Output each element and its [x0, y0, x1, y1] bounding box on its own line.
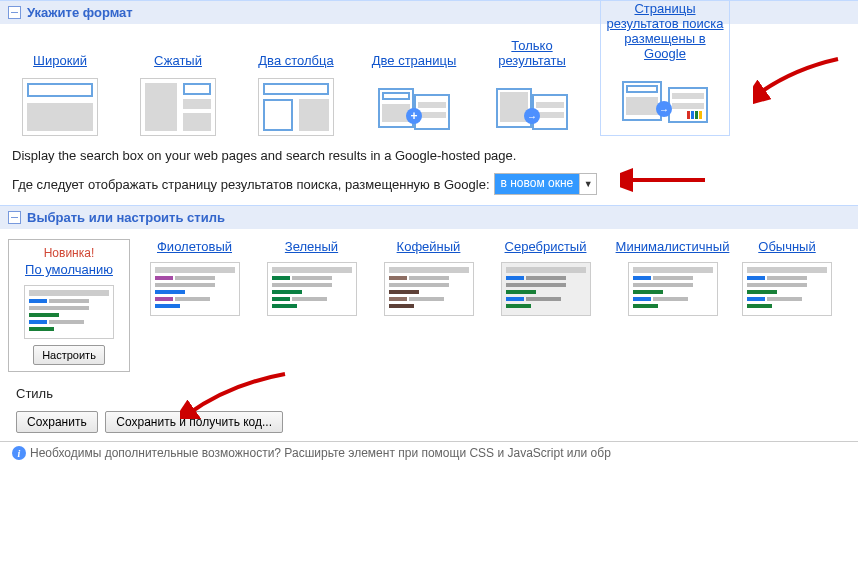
collapse-icon[interactable]: [8, 6, 21, 19]
arrow-icon: [524, 108, 540, 124]
format-compact[interactable]: Сжатый: [128, 53, 228, 136]
style-coffee-label[interactable]: Кофейный: [397, 239, 461, 254]
style-section-header[interactable]: Выбрать или настроить стиль: [0, 205, 858, 229]
style-options-row: Новинка! По умолчанию Настроить Фиолетов…: [0, 229, 858, 382]
arrow-icon: [656, 101, 672, 117]
results-location-label: Где следует отображать страницу результа…: [12, 177, 490, 192]
format-results-only-thumb: [494, 78, 570, 136]
results-location-dropdown[interactable]: в новом окне ▼: [494, 173, 598, 195]
format-two-pages-thumb: [376, 78, 452, 136]
results-location-row: Где следует отображать страницу результа…: [0, 173, 858, 205]
style-plain-label[interactable]: Обычный: [758, 239, 815, 254]
format-two-pages-label[interactable]: Две страницы: [372, 53, 457, 68]
format-wide[interactable]: Широкий: [10, 53, 110, 136]
chevron-down-icon[interactable]: ▼: [579, 174, 596, 194]
style-plain-thumb: [742, 262, 832, 316]
format-compact-thumb: [140, 78, 216, 136]
style-purple-label[interactable]: Фиолетовый: [157, 239, 232, 254]
customize-button[interactable]: Настроить: [33, 345, 105, 365]
style-purple-thumb: [150, 262, 240, 316]
style-plain[interactable]: Обычный: [747, 239, 827, 316]
dropdown-value: в новом окне: [495, 174, 580, 194]
format-options-row: Широкий Сжатый Два столбца Две страницы: [0, 24, 858, 142]
format-two-cols-thumb: [258, 78, 334, 136]
format-results-only-label[interactable]: Только результаты: [482, 38, 582, 68]
info-icon: i: [12, 446, 26, 460]
style-minimal[interactable]: Минималистичный: [610, 239, 735, 316]
save-button[interactable]: Сохранить: [16, 411, 98, 433]
collapse-icon[interactable]: [8, 211, 21, 224]
format-google-hosted-thumb: [620, 71, 710, 129]
google-colors-icon: [687, 111, 702, 119]
style-purple[interactable]: Фиолетовый: [142, 239, 247, 316]
format-two-cols[interactable]: Два столбца: [246, 53, 346, 136]
format-wide-thumb: [22, 78, 98, 136]
style-silver-label[interactable]: Серебристый: [505, 239, 587, 254]
plus-icon: [406, 108, 422, 124]
format-compact-label[interactable]: Сжатый: [154, 53, 202, 68]
annotation-arrow-icon: [620, 165, 710, 195]
style-minimal-thumb: [628, 262, 718, 316]
style-section-title: Выбрать или настроить стиль: [27, 210, 225, 225]
format-two-cols-label[interactable]: Два столбца: [258, 53, 333, 68]
annotation-arrow-icon: [753, 54, 843, 104]
style-coffee[interactable]: Кофейный: [376, 239, 481, 316]
save-buttons-row: Сохранить Сохранить и получить код...: [0, 411, 858, 441]
footer-hint-text: Необходимы дополнительные возможности? Р…: [30, 446, 611, 460]
format-google-hosted-label[interactable]: Страницы результатов поиска размещены в …: [605, 1, 725, 61]
format-two-pages[interactable]: Две страницы: [364, 53, 464, 136]
footer-hint: i Необходимы дополнительные возможности?…: [0, 441, 858, 464]
style-green-label[interactable]: Зеленый: [285, 239, 338, 254]
format-description: Display the search box on your web pages…: [0, 142, 858, 173]
style-default[interactable]: Новинка! По умолчанию Настроить: [8, 239, 130, 372]
style-minimal-label[interactable]: Минималистичный: [616, 239, 730, 254]
new-badge: Новинка!: [44, 246, 95, 260]
style-coffee-thumb: [384, 262, 474, 316]
style-default-label[interactable]: По умолчанию: [25, 262, 113, 277]
format-google-hosted[interactable]: Страницы результатов поиска размещены в …: [600, 0, 730, 136]
format-section-title: Укажите формат: [27, 5, 133, 20]
style-green[interactable]: Зеленый: [259, 239, 364, 316]
annotation-arrow-icon: [180, 369, 290, 419]
style-default-thumb: [24, 285, 114, 339]
style-green-thumb: [267, 262, 357, 316]
style-silver[interactable]: Серебристый: [493, 239, 598, 316]
style-silver-thumb: [501, 262, 591, 316]
format-results-only[interactable]: Только результаты: [482, 38, 582, 136]
style-field-label: Стиль: [0, 382, 858, 411]
format-wide-label[interactable]: Широкий: [33, 53, 87, 68]
